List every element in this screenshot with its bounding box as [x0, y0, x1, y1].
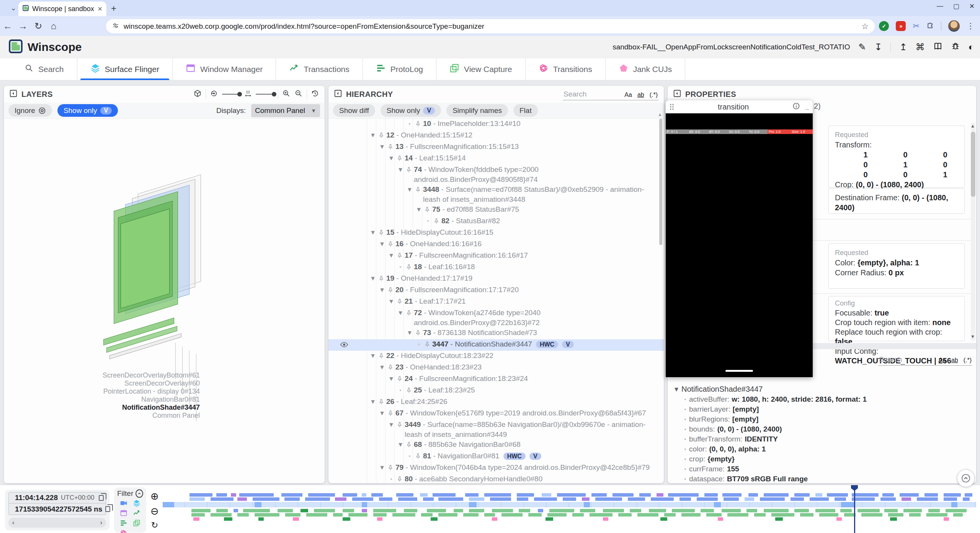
trace-segment[interactable]	[697, 497, 718, 501]
trace-segment[interactable]	[630, 509, 641, 512]
pin-icon[interactable]	[405, 165, 414, 176]
expand-arrow-icon[interactable]: ▾	[395, 308, 405, 318]
trace-segment[interactable]	[722, 509, 741, 512]
home-button[interactable]: ⌂	[46, 21, 61, 31]
trace-segment[interactable]	[603, 509, 624, 512]
trace-segment[interactable]	[517, 497, 528, 501]
extension-scissors-icon[interactable]: ✂	[913, 21, 920, 31]
trace-segment[interactable]	[362, 493, 366, 497]
browser-tab[interactable]: Winscope | sandbox-FAI ✕	[18, 2, 106, 16]
show-only-button[interactable]: Show onlyV	[381, 104, 441, 117]
simplify-names-button[interactable]: Simplify names	[446, 104, 508, 117]
trace-segment[interactable]	[469, 509, 484, 512]
flat-button[interactable]: Flat	[513, 104, 538, 117]
hierarchy-node-82[interactable]: ●82 - StatusBar#82	[328, 216, 664, 227]
trace-segment[interactable]	[335, 497, 346, 501]
expand-arrow-icon[interactable]: ▾	[386, 296, 396, 306]
pin-icon[interactable]	[415, 328, 423, 339]
rotation-icon[interactable]	[210, 89, 218, 99]
trace-segment[interactable]	[890, 517, 897, 521]
trace-segment[interactable]	[398, 497, 417, 501]
timeline-range-scrollbar[interactable]: ‹ ›	[8, 518, 106, 528]
pin-icon[interactable]	[415, 451, 423, 463]
trace-segment[interactable]	[852, 497, 875, 501]
trace-segment[interactable]	[234, 509, 238, 512]
trace-segment[interactable]	[746, 509, 757, 512]
trace-segment[interactable]	[944, 517, 949, 521]
layer-3d-label[interactable]: Common Panel	[152, 412, 200, 420]
list-trace-toggle-icon[interactable]	[120, 519, 127, 528]
hierarchy-node-67[interactable]: ▾67 - WindowToken{e5176f9 type=2019 andr…	[328, 408, 664, 420]
scroll-up-icon[interactable]: ▲	[970, 123, 975, 129]
layers-trace-toggle-icon[interactable]	[133, 499, 140, 508]
trace-segment[interactable]	[714, 502, 721, 507]
trace-segment[interactable]	[882, 493, 894, 497]
trace-segment[interactable]	[343, 509, 354, 512]
zigzag-trace-toggle-icon[interactable]	[133, 509, 140, 518]
trace-segment[interactable]	[835, 497, 846, 501]
hierarchy-node-3448[interactable]: ▾3448 - Surface(name=ed70f88 StatusBar)/…	[328, 185, 664, 204]
scroll-right-icon[interactable]: ›	[100, 519, 102, 526]
expand-arrow-icon[interactable]: ▾	[377, 239, 387, 249]
trace-segment[interactable]	[492, 509, 513, 512]
trace-segment[interactable]	[815, 493, 822, 497]
visibility-eye-icon[interactable]	[340, 340, 348, 352]
spacing-slider[interactable]	[256, 94, 274, 95]
forward-button[interactable]: →	[15, 21, 31, 31]
bookmark-star-icon[interactable]: ☆	[861, 22, 869, 31]
trace-segment[interactable]	[672, 509, 695, 512]
trace-segment[interactable]	[880, 497, 896, 501]
pin-icon[interactable]	[387, 239, 395, 250]
trace-segment[interactable]	[775, 517, 783, 521]
scroll-down-icon[interactable]: ▼	[970, 334, 975, 339]
pin-icon[interactable]	[387, 362, 395, 374]
trace-segment[interactable]	[373, 513, 387, 517]
window-restore-button[interactable]: ▢	[953, 2, 959, 10]
trace-segment[interactable]	[836, 517, 842, 521]
copy-ns-icon[interactable]	[105, 506, 110, 512]
tab-protolog[interactable]: ProtoLog	[363, 58, 436, 80]
trace-segment[interactable]	[953, 513, 963, 517]
rotation-slider[interactable]	[222, 94, 240, 95]
ignore-button[interactable]: Ignore	[8, 104, 52, 117]
hierarchy-node-75[interactable]: ▾75 - ed70f88 StatusBar#75	[328, 204, 664, 216]
trace-segment[interactable]	[582, 497, 590, 501]
trace-segment[interactable]	[278, 509, 293, 512]
trace-segment[interactable]	[333, 513, 343, 517]
trace-segment[interactable]	[764, 493, 789, 497]
trace-segment[interactable]	[379, 497, 392, 501]
timeline-zoom-out-icon[interactable]: ⊖	[150, 505, 159, 517]
trace-segment[interactable]	[628, 497, 645, 501]
trace-segment[interactable]	[352, 497, 373, 501]
trace-segment[interactable]	[852, 493, 879, 497]
pin-icon[interactable]	[396, 153, 405, 165]
trace-segment[interactable]	[224, 517, 232, 521]
expand-arrow-icon[interactable]: ▾	[414, 204, 424, 214]
hierarchy-node-72[interactable]: ▾72 - WindowToken{a2746de type=2040 andr…	[328, 308, 664, 328]
pin-icon[interactable]	[396, 420, 405, 431]
trace-segment[interactable]	[306, 513, 327, 517]
hierarchy-node-79[interactable]: ▾79 - WindowToken{7046b4a type=2024 andr…	[328, 463, 664, 474]
trace-segment[interactable]	[791, 497, 804, 501]
trace-segment[interactable]	[231, 493, 236, 497]
trace-segment[interactable]	[253, 497, 279, 501]
trace-segment[interactable]	[343, 493, 357, 497]
trace-segment[interactable]	[745, 497, 754, 501]
hierarchy-node-12[interactable]: ▾12 - OneHanded:15:15#12	[328, 130, 664, 142]
trace-segment[interactable]	[343, 517, 350, 521]
hierarchy-search-input[interactable]: Search Aa ab (.*)	[563, 88, 658, 100]
trace-segment[interactable]	[944, 497, 957, 501]
trace-segment[interactable]	[362, 509, 367, 512]
trace-segment[interactable]	[664, 513, 676, 517]
trace-segment[interactable]	[308, 493, 335, 497]
edit-icon[interactable]: ✎	[858, 42, 866, 52]
trace-segment[interactable]	[794, 509, 809, 512]
trace-segment[interactable]	[917, 497, 938, 501]
trace-segment[interactable]	[193, 517, 199, 521]
trace-segment[interactable]	[463, 513, 479, 517]
hierarchy-node-74[interactable]: ▾74 - WindowToken{fdddbe6 type=2000 andr…	[328, 165, 664, 185]
expand-arrow-icon[interactable]: ▾	[386, 153, 396, 163]
trace-segment[interactable]	[519, 509, 530, 512]
match-word-icon[interactable]: ab	[951, 357, 958, 364]
expand-arrow-icon[interactable]: ▾	[368, 130, 378, 140]
